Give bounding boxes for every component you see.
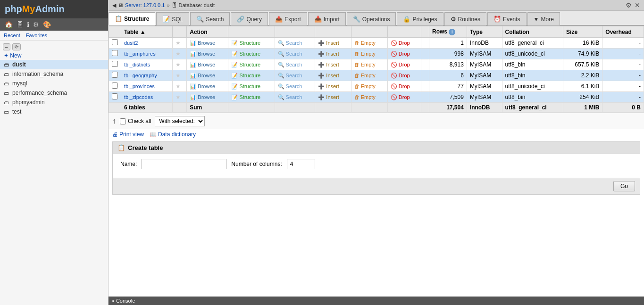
search-link[interactable]: 🔍 Search [278,40,302,46]
search-link[interactable]: 🔍 Search [278,73,302,79]
browse-link[interactable]: 📊 Browse [190,40,215,46]
tab-operations-label: Operations [362,16,390,23]
tab-query[interactable]: 🔗 Query [231,12,268,25]
tab-routines[interactable]: ⚙ Routines [444,12,486,25]
insert-link[interactable]: ➕ Insert [318,83,339,90]
search-link[interactable]: 🔍 Search [278,51,302,57]
row-size: 6.1 KiB [563,81,602,92]
tab-structure[interactable]: 📋 Structure [109,12,155,25]
sidebar-item-performance_schema[interactable]: 🗃 performance_schema [0,88,108,98]
structure-link[interactable]: 📝 Structure [231,40,260,46]
insert-link[interactable]: ➕ Insert [318,51,339,57]
tab-more[interactable]: ▼ More [527,12,560,25]
tab-events[interactable]: ⏰ Events [487,12,527,25]
table-name-link[interactable]: tbl_provinces [124,83,155,89]
tab-sql[interactable]: 📝 SQL [156,12,189,25]
table-name-link[interactable]: tbl_amphures [124,51,156,57]
browse-link[interactable]: 📊 Browse [190,51,215,57]
structure-link[interactable]: 📝 Structure [231,83,260,90]
drop-link[interactable]: 🚫 Drop [391,62,410,68]
empty-link[interactable]: 🗑 Empty [354,62,376,67]
drop-link[interactable]: 🚫 Drop [391,94,410,100]
structure-link[interactable]: 📝 Structure [231,51,260,57]
database-icon[interactable]: 🗄 [16,20,24,29]
structure-link[interactable]: 📝 Structure [231,73,260,79]
star-icon[interactable]: ★ [176,72,181,79]
breadcrumb-database: Database: dusit [179,2,215,8]
table-name-input[interactable] [142,159,226,169]
browse-link[interactable]: 📊 Browse [190,94,215,100]
drop-link[interactable]: 🚫 Drop [391,40,410,46]
star-icon[interactable]: ★ [176,40,181,46]
recent-link[interactable]: Recent [4,33,20,38]
info-icon[interactable]: ℹ [26,20,30,29]
row-checkbox[interactable] [112,82,118,89]
structure-link[interactable]: 📝 Structure [231,62,260,68]
drop-link[interactable]: 🚫 Drop [391,83,410,90]
row-checkbox[interactable] [112,39,118,45]
insert-link[interactable]: ➕ Insert [318,73,339,79]
rows-info-icon[interactable]: i [449,29,455,35]
tab-import[interactable]: 📥 Import [308,12,346,25]
insert-link[interactable]: ➕ Insert [318,62,339,68]
tab-operations[interactable]: 🔧 Operations [347,12,396,25]
search-link[interactable]: 🔍 Search [278,94,302,100]
row-checkbox[interactable] [112,72,118,78]
theme-icon[interactable]: 🎨 [42,20,52,29]
db-icon: 🗃 [3,99,10,106]
settings-btn[interactable]: ⚙ [626,1,632,9]
with-selected-dropdown[interactable]: With selected: Browse Structure Drop [155,116,205,126]
sidebar-item-test[interactable]: 🗃 test [0,107,108,116]
home-icon[interactable]: 🏠 [4,20,14,29]
empty-link[interactable]: 🗑 Empty [354,73,376,78]
console-bar[interactable]: ▪ Console [109,297,644,305]
check-all-label[interactable]: Check all [120,118,151,124]
empty-link[interactable]: 🗑 Empty [354,83,376,89]
tab-search[interactable]: 🔍 Search [190,12,230,25]
new-item[interactable]: ✦ New [0,51,108,60]
star-icon[interactable]: ★ [176,94,181,100]
table-name-link[interactable]: tbl_zipcodes [124,94,153,100]
check-all-checkbox[interactable] [120,118,126,124]
drop-link[interactable]: 🚫 Drop [391,73,410,79]
star-icon[interactable]: ★ [176,50,181,57]
tab-privileges[interactable]: 🔒 Privileges [397,12,443,25]
drop-link[interactable]: 🚫 Drop [391,51,410,57]
table-name-link[interactable]: tbl_geography [124,73,157,78]
expand-btn[interactable]: ⟳ [12,43,21,50]
close-btn[interactable]: ✕ [635,1,640,9]
star-icon[interactable]: ★ [176,61,181,68]
row-checkbox[interactable] [112,50,118,56]
insert-link[interactable]: ➕ Insert [318,40,339,46]
browse-link[interactable]: 📊 Browse [190,83,215,90]
table-name-link[interactable]: tbl_districts [124,62,150,67]
go-button[interactable]: Go [613,181,635,191]
sidebar-item-phpmyadmin[interactable]: 🗃 phpmyadmin [0,98,108,107]
data-dictionary-link[interactable]: 📖 Data dictionary [150,131,196,138]
empty-link[interactable]: 🗑 Empty [354,94,376,100]
up-arrow-icon[interactable]: ↑ [112,117,116,125]
sidebar-item-mysql[interactable]: 🗃 mysql [0,79,108,88]
print-view-link[interactable]: 🖨 Print view [112,131,144,138]
favorites-link[interactable]: Favorites [26,33,47,38]
sidebar-item-dusit[interactable]: 🗃 dusit [0,60,108,69]
browse-link[interactable]: 📊 Browse [190,62,215,68]
star-icon[interactable]: ★ [176,83,181,90]
settings-icon[interactable]: ⚙ [32,20,40,29]
collapse-btn[interactable]: – [3,43,10,50]
insert-link[interactable]: ➕ Insert [318,94,339,100]
search-link[interactable]: 🔍 Search [278,83,302,90]
empty-link[interactable]: 🗑 Empty [354,40,376,46]
table-name-link[interactable]: dusit2 [124,40,138,46]
sidebar-item-information_schema[interactable]: 🗃 information_schema [0,69,108,79]
col-table[interactable]: Table ▲ [121,26,173,38]
structure-link[interactable]: 📝 Structure [231,94,260,100]
tab-export[interactable]: 📤 Export [269,12,307,25]
browse-link[interactable]: 📊 Browse [190,73,215,79]
empty-link[interactable]: 🗑 Empty [354,51,376,57]
breadcrumb-server[interactable]: Server: 127.0.0.1 [125,2,165,8]
columns-input[interactable] [287,159,315,169]
row-checkbox[interactable] [112,93,118,99]
search-link[interactable]: 🔍 Search [278,62,302,68]
row-checkbox[interactable] [112,61,118,67]
